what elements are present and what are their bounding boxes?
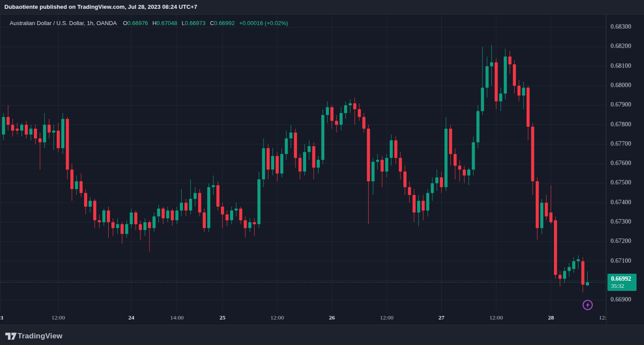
candle [408,181,411,203]
candle [139,220,142,240]
candle [435,169,439,191]
candle [184,199,187,217]
time-axis[interactable]: 2112:002414:002512:002612:002712:002812:… [0,311,606,325]
candle [11,119,14,136]
candle [153,213,156,232]
candle [394,136,397,164]
candle [289,125,293,148]
candle [271,148,274,176]
candle [294,128,297,168]
candle [559,271,562,286]
candle [527,86,530,140]
candle [344,101,347,119]
candle [157,205,160,222]
candles [2,45,589,293]
price-tick-label: 0.67500 [611,179,642,186]
brand-name[interactable]: TradingView [18,332,62,341]
candle [513,60,516,93]
candle [75,176,78,195]
candle [504,49,507,99]
price-tick-label: 0.67600 [611,160,642,167]
candle [226,210,229,226]
candle [166,207,169,222]
candle [267,144,270,180]
time-tick-label: 25 [220,314,226,321]
time-tick-label: 12:00 [599,314,606,321]
candle [312,142,315,179]
candle [189,180,192,215]
candle [390,135,393,166]
candle [34,125,37,144]
candle [80,173,83,197]
candle [403,166,406,195]
candle [367,125,370,224]
footer-bar: TradingView [0,325,644,345]
candle [349,99,352,113]
candle [285,131,288,160]
candle [221,203,224,228]
candle [280,148,283,177]
candle [582,257,585,293]
candle [121,222,124,244]
candle [490,45,493,86]
candle [444,117,447,191]
candle [549,185,553,224]
candle [148,220,151,252]
time-tick-label: 27 [439,314,445,321]
symbol-legend: Australian Dollar / U.S. Dollar, 1h, OAN… [10,19,288,26]
candle [20,123,23,136]
candle [399,152,402,180]
candle [198,189,201,217]
candle [230,207,233,224]
candle [454,148,457,180]
candle [161,207,165,224]
price-tick-label: 0.68300 [611,23,642,30]
candle [499,88,502,111]
candle [372,158,375,195]
candle [48,119,51,138]
candle [25,121,28,139]
price-tick-label: 0.66900 [611,296,642,303]
candle [249,218,252,232]
price-tick-label: 0.68000 [611,82,642,89]
candle [257,172,260,228]
time-tick-label: 12:00 [51,314,65,321]
candle [362,113,366,132]
price-axis[interactable]: 0.66992 35:32 0.683000.682000.681000.680… [607,14,644,325]
candle [385,154,388,177]
candle [449,125,452,166]
candle [207,183,210,232]
candle [134,210,137,230]
time-tick-label: 28 [548,314,554,321]
candle [52,125,55,150]
candlestick-chart[interactable] [0,14,606,325]
candle [130,209,133,228]
candle [29,125,33,140]
candle [563,267,566,283]
price-tick-label: 0.67800 [611,121,642,128]
candle [66,117,69,180]
candle [307,140,311,160]
price-tick-label: 0.68100 [611,62,642,70]
candle [89,197,92,213]
low-value: L0.66973 [182,20,205,26]
candle [353,98,356,125]
flash-button[interactable] [582,299,593,311]
candle [216,181,220,210]
candle [335,115,338,132]
close-value: C0.66992 [210,20,234,26]
symbol-title: Australian Dollar / U.S. Dollar, 1h, OAN… [10,20,117,26]
bar-countdown: 35:32 [611,283,637,289]
candle [180,189,183,217]
candle [509,51,512,74]
candle [2,113,5,140]
tradingview-logo-icon[interactable] [5,332,17,341]
candle [107,207,110,238]
high-value: H0.67048 [153,20,177,26]
candle [203,209,206,232]
candle [426,189,429,217]
candle [171,209,174,226]
price-tick-label: 0.67400 [611,199,642,206]
candle [303,144,306,176]
candle [116,218,119,234]
